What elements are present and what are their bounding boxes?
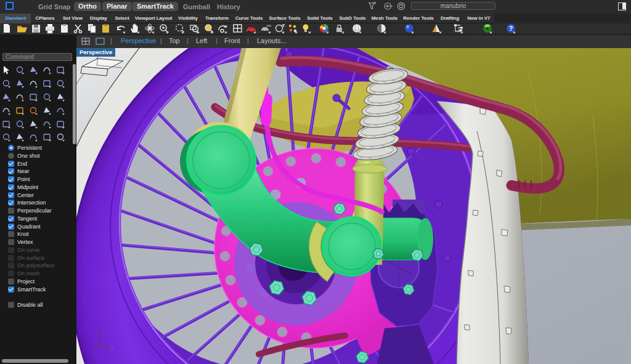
svg-text:y: y xyxy=(111,346,113,351)
svg-text:x: x xyxy=(105,347,108,352)
svg-text:?: ? xyxy=(509,25,513,32)
svg-text:z: z xyxy=(97,327,100,331)
